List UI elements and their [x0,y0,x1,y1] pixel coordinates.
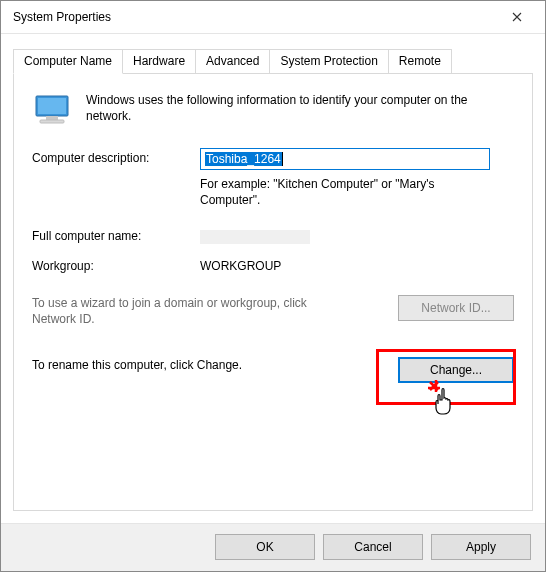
dialog-footer: OK Cancel Apply [1,523,545,571]
description-input-value: Toshiba_1264 [205,152,282,166]
svg-rect-3 [40,120,64,123]
content-area: Computer Name Hardware Advanced System P… [1,34,545,523]
titlebar: System Properties [1,1,545,34]
intro-text: Windows uses the following information t… [86,92,514,124]
row-full-name: Full computer name: [32,226,514,244]
change-hint: To rename this computer, click Change. [32,357,242,373]
svg-rect-1 [38,98,66,114]
change-row: To rename this computer, click Change. C… [32,357,514,383]
network-id-row: To use a wizard to join a domain or work… [32,295,514,327]
tab-hardware[interactable]: Hardware [122,49,196,74]
apply-button[interactable]: Apply [431,534,531,560]
ok-button[interactable]: OK [215,534,315,560]
label-full-name: Full computer name: [32,226,200,243]
tab-advanced[interactable]: Advanced [195,49,270,74]
row-description: Computer description: Toshiba_1264 [32,148,514,170]
row-workgroup: Workgroup: WORKGROUP [32,256,514,273]
intro-row: Windows uses the following information t… [32,92,514,130]
label-description: Computer description: [32,148,200,165]
full-name-redacted [200,230,310,244]
cancel-button[interactable]: Cancel [323,534,423,560]
example-text: For example: "Kitchen Computer" or "Mary… [200,176,490,208]
close-icon [512,12,522,22]
svg-rect-2 [46,116,58,120]
system-properties-window: System Properties Computer Name Hardware… [0,0,546,572]
tab-system-protection[interactable]: System Protection [269,49,388,74]
network-id-hint: To use a wizard to join a domain or work… [32,295,332,327]
window-title: System Properties [13,10,111,24]
cursor-overlay [426,378,460,421]
change-button[interactable]: Change... [398,357,514,383]
network-id-button: Network ID... [398,295,514,321]
close-button[interactable] [497,3,537,31]
tab-panel-computer-name: Windows uses the following information t… [13,73,533,511]
computer-icon [32,94,72,130]
label-workgroup: Workgroup: [32,256,200,273]
value-full-name [200,226,514,244]
description-input-wrap: Toshiba_1264 [200,148,490,170]
tab-strip: Computer Name Hardware Advanced System P… [13,48,533,73]
computer-description-input[interactable]: Toshiba_1264 [200,148,490,170]
value-workgroup: WORKGROUP [200,256,514,273]
text-caret [282,152,283,166]
tab-computer-name[interactable]: Computer Name [13,49,123,74]
tab-remote[interactable]: Remote [388,49,452,74]
